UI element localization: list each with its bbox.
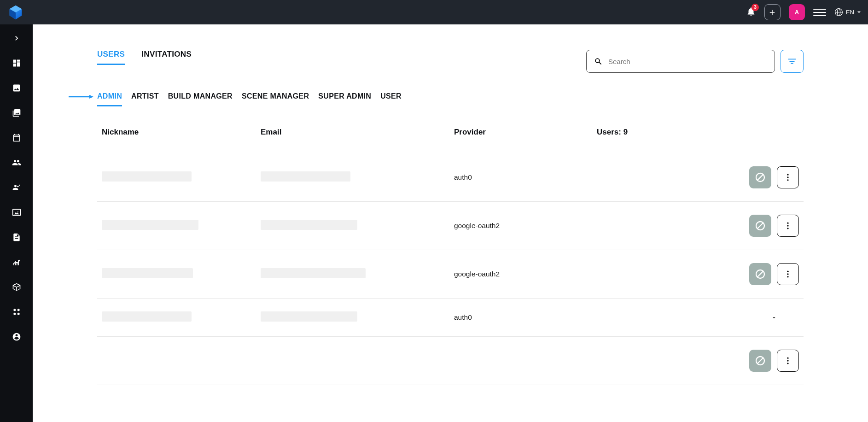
calendar-icon	[12, 133, 21, 142]
topbar: 3 A EN	[0, 0, 868, 24]
svg-point-5	[13, 313, 16, 315]
sidebar-gallery-1[interactable]	[11, 82, 22, 94]
role-tab-super-admin[interactable]: SUPER ADMIN	[318, 92, 371, 106]
role-tab-scene-manager[interactable]: SCENE MANAGER	[242, 92, 309, 106]
chart-icon	[12, 258, 21, 267]
svg-point-6	[17, 313, 19, 315]
language-picker[interactable]: EN	[834, 8, 861, 17]
more-button[interactable]	[777, 166, 799, 188]
block-button[interactable]	[749, 350, 771, 372]
cell-actions	[588, 350, 799, 372]
svg-point-17	[787, 228, 788, 229]
dots-grid-icon	[12, 307, 21, 316]
sidebar-dashboard[interactable]	[11, 58, 22, 69]
table-row: auth0-	[97, 299, 804, 337]
svg-point-21	[787, 273, 788, 275]
col-email: Email	[261, 128, 454, 137]
sidebar-expand[interactable]	[11, 33, 22, 44]
block-button[interactable]	[749, 215, 771, 237]
search-input[interactable]	[608, 58, 767, 65]
sidebar-user-check[interactable]	[11, 182, 22, 193]
svg-point-11	[787, 176, 788, 178]
col-nickname: Nickname	[102, 128, 261, 137]
table-row: google-oauth2	[97, 202, 804, 250]
col-users-count: Users: 9	[597, 128, 652, 137]
filter-icon	[787, 56, 797, 66]
sidebar-calendar[interactable]	[11, 132, 22, 143]
sidebar-apps[interactable]	[11, 306, 22, 317]
svg-point-22	[787, 276, 788, 277]
plus-icon	[768, 8, 776, 17]
table-header: Nickname Email Provider Users: 9	[97, 128, 804, 150]
avatar-letter: A	[795, 9, 799, 16]
block-icon	[755, 220, 766, 231]
role-tab-build-manager[interactable]: BUILD MANAGER	[168, 92, 233, 106]
more-vertical-icon	[783, 173, 792, 182]
box-icon	[12, 282, 21, 292]
svg-point-4	[17, 309, 19, 311]
col-provider: Provider	[454, 128, 597, 137]
redacted-nickname	[102, 311, 192, 322]
table-row: auth0	[97, 150, 804, 202]
cell-actions	[588, 263, 799, 285]
svg-point-15	[787, 223, 788, 224]
sidebar-analytics[interactable]	[11, 257, 22, 268]
role-tab-artist[interactable]: ARTIST	[131, 92, 159, 106]
table-row: google-oauth2	[97, 250, 804, 299]
sidebar-users[interactable]	[11, 157, 22, 168]
logo[interactable]	[7, 4, 24, 21]
sidebar-profile[interactable]	[11, 331, 22, 342]
role-tabs: ADMIN ARTIST BUILD MANAGER SCENE MANAGER…	[97, 92, 804, 106]
cell-email	[261, 311, 454, 323]
file-icon	[12, 233, 21, 242]
no-actions: -	[749, 313, 799, 322]
cube-logo-icon	[7, 4, 24, 21]
filter-button[interactable]	[781, 50, 804, 73]
sidebar-media[interactable]	[11, 207, 22, 218]
tab-invitations[interactable]: INVITATIONS	[141, 50, 192, 65]
svg-point-27	[787, 363, 788, 364]
more-button[interactable]	[777, 215, 799, 237]
svg-point-12	[787, 179, 788, 181]
sidebar-gallery-2[interactable]	[11, 107, 22, 118]
cell-actions	[588, 215, 799, 237]
svg-line-9	[757, 175, 763, 180]
cell-provider: google-oauth2	[454, 270, 588, 278]
notification-bell[interactable]: 3	[746, 6, 756, 18]
role-tab-user[interactable]: USER	[380, 92, 402, 106]
main-content: USERS INVITATIONS	[33, 24, 868, 422]
sidebar-package[interactable]	[11, 281, 22, 293]
sidebar-document[interactable]	[11, 232, 22, 243]
block-button[interactable]	[749, 166, 771, 188]
redacted-nickname	[102, 220, 198, 230]
tab-users[interactable]: USERS	[97, 50, 125, 65]
search-box[interactable]	[586, 50, 775, 73]
redacted-email	[261, 171, 350, 182]
block-icon	[755, 355, 766, 366]
more-button[interactable]	[777, 350, 799, 372]
search-icon	[594, 57, 603, 66]
svg-line-19	[757, 271, 763, 277]
cell-actions	[588, 166, 799, 188]
people-icon	[12, 158, 21, 167]
more-button[interactable]	[777, 263, 799, 285]
notification-badge: 3	[751, 4, 759, 11]
add-button[interactable]	[764, 4, 781, 20]
image-stack-icon	[12, 108, 21, 117]
cell-email	[261, 220, 454, 232]
cell-nickname	[102, 268, 261, 280]
cell-nickname	[102, 171, 261, 183]
image-icon	[12, 83, 21, 93]
redacted-email	[261, 268, 366, 278]
menu-button[interactable]	[813, 9, 826, 16]
block-button[interactable]	[749, 263, 771, 285]
cell-email	[261, 268, 454, 280]
avatar-button[interactable]: A	[789, 4, 805, 20]
arrow-annotation-icon	[69, 94, 94, 99]
role-tab-admin[interactable]: ADMIN	[97, 92, 122, 106]
chevron-right-icon	[12, 34, 21, 43]
person-check-icon	[12, 183, 21, 192]
primary-tabs: USERS INVITATIONS	[97, 50, 192, 65]
svg-point-20	[787, 271, 788, 272]
redacted-email	[261, 311, 357, 322]
